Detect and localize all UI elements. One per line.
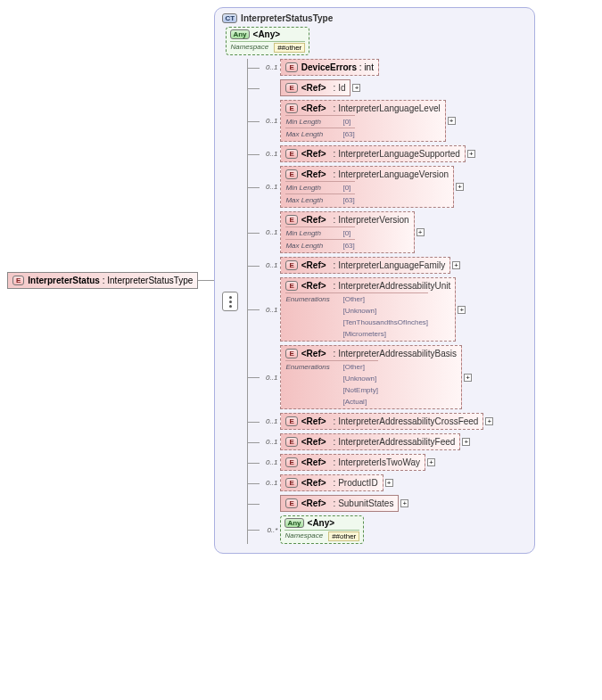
ref-element[interactable]: E<Ref> : InterpreterAddressabilityCrossF… [280,413,483,430]
type-name: : InterpreterLanguageLevel [334,103,441,113]
constraint-row: Max Length[63] [285,128,354,138]
ref-element[interactable]: E<Ref> : InterpreterAddressabilityFeed [280,433,460,450]
ref-label: <Ref> [301,149,326,159]
type-name: : SubunitStates [334,498,394,508]
occurrence: 0..1 [260,458,277,466]
constraint-row: Min Length[0] [285,115,354,126]
ref-element[interactable]: E<Ref> : InterpreterAddressabilityBasisE… [280,345,462,409]
schema-child: 0..1E<Ref> : InterpreterAddressabilityFe… [260,433,493,450]
schema-child: 0..1E<Ref> : InterpreterLanguageFamily+ [260,257,493,274]
occurrence: 0..1 [260,417,277,425]
children-list: 0..1EDeviceErrors : intE<Ref> : Id+0..1E… [260,59,493,544]
ref-element[interactable]: E<Ref> : InterpreterLanguageSupported [280,145,465,162]
ref-element[interactable]: E<Ref> : SubunitStates [280,495,399,512]
occurrence: 0..1 [260,479,277,487]
element-badge: E [285,215,297,225]
namespace-label: Namespace [285,531,323,541]
tree-line [247,59,248,544]
element-name: DeviceErrors : int [301,62,374,72]
ref-label: <Ref> [301,281,326,291]
connector [198,280,214,281]
expand-toggle[interactable]: + [448,117,456,125]
expand-toggle[interactable]: + [467,150,475,158]
type-name: : ProductID [334,478,378,488]
ref-label: <Ref> [301,498,326,508]
any-block-top: Any <Any> Namespace ##other [226,27,309,55]
occurrence: 0..1 [260,306,277,314]
occurrence: 0..1 [260,117,277,125]
occurrence: 0..1 [260,63,277,71]
element[interactable]: EDeviceErrors : int [280,59,379,76]
expand-toggle[interactable]: + [458,306,466,314]
ref-label: <Ref> [301,260,326,270]
expand-toggle[interactable]: + [464,374,472,382]
occurrence: 0..1 [260,374,277,382]
any-label: <Any> [253,29,281,39]
ref-element[interactable]: E<Ref> : InterpreterLanguageLevelMin Len… [280,100,445,142]
type-name: : InterpreterAddressabilityBasis [334,349,457,358]
occurrence: 0..1 [260,261,277,269]
element-badge: E [285,260,297,270]
ref-element[interactable]: E<Ref> : InterpreterLanguageVersionMin L… [280,166,454,208]
element-badge: E [285,498,297,508]
ref-element[interactable]: E<Ref> : InterpreterIsTwoWay [280,454,425,471]
enum-row: Enumerations[Other] [285,360,378,371]
schema-child: 0..1E<Ref> : InterpreterIsTwoWay+ [260,454,493,471]
element-badge: E [285,149,297,159]
schema-diagram: E InterpreterStatus : InterpreterStatusT… [7,7,595,554]
ref-label: <Ref> [301,169,326,179]
expand-toggle[interactable]: + [485,417,493,425]
any-child-bottom: 0..* Any <Any> Namespace ##other [260,515,493,544]
expand-toggle[interactable]: + [385,479,393,487]
complex-type-container: CT InterpreterStatusType Any <Any> Names… [214,7,535,554]
element-badge: E [285,83,297,93]
element-badge: E [285,437,297,447]
schema-child: 0..1E<Ref> : InterpreterAddressabilityBa… [260,345,493,409]
schema-child: 0..1E<Ref> : ProductID+ [260,474,493,491]
expand-toggle[interactable]: + [416,228,425,236]
ref-element[interactable]: E<Ref> : ProductID [280,474,383,491]
element-badge: E [285,349,297,358]
namespace-value: ##other [328,531,359,541]
ref-element[interactable]: E<Ref> : Id [280,79,350,96]
type-name: : Id [334,83,346,93]
ct-header: CT InterpreterStatusType [222,13,527,23]
expand-toggle[interactable]: + [462,438,470,446]
namespace-value: ##other [274,43,305,53]
enum-row: Enumerations[Other] [285,292,428,303]
expand-toggle[interactable]: + [456,183,464,191]
type-name: : InterpreterIsTwoWay [334,457,420,467]
schema-child: 0..1E<Ref> : InterpreterLanguageVersionM… [260,166,493,208]
type-name: : InterpreterAddressabilityCrossFeed [334,416,479,426]
any-badge: Any [285,518,303,528]
expand-toggle[interactable]: + [452,261,460,269]
schema-child: E<Ref> : Id+ [260,79,493,96]
enum-row: [NotEmpty] [285,384,378,394]
expand-toggle[interactable]: + [427,458,435,466]
element-badge: E [285,281,297,291]
element-badge: E [285,62,297,72]
ref-element[interactable]: E<Ref> : InterpreterAddressabilityUnitEn… [280,277,456,342]
enum-row: [Unknown] [285,373,378,383]
constraint-row: Min Length[0] [285,181,354,192]
type-name: : InterpreterLanguageFamily [334,260,446,270]
schema-child: 0..1E<Ref> : InterpreterAddressabilityCr… [260,413,493,430]
ref-label: <Ref> [301,478,326,488]
constraint-row: Min Length[0] [285,226,354,237]
ref-label: <Ref> [301,349,326,358]
ref-label: <Ref> [301,437,326,447]
root-element: E InterpreterStatus : InterpreterStatusT… [7,272,198,289]
schema-child: 0..1E<Ref> : InterpreterLanguageLevelMin… [260,100,493,142]
occurrence: 0..1 [260,183,277,191]
element-badge: E [12,276,24,285]
ref-element[interactable]: E<Ref> : InterpreterVersionMin Length[0]… [280,211,414,253]
ref-element[interactable]: E<Ref> : InterpreterLanguageFamily [280,257,450,274]
enum-row: [Actual] [285,396,378,406]
element-badge: E [285,416,297,426]
expand-toggle[interactable]: + [400,499,408,507]
expand-toggle[interactable]: + [352,84,360,92]
schema-child: 0..1E<Ref> : InterpreterVersionMin Lengt… [260,211,493,253]
schema-child: 0..1E<Ref> : InterpreterLanguageSupporte… [260,145,493,162]
type-name: : InterpreterLanguageVersion [334,169,449,179]
ref-label: <Ref> [301,416,326,426]
